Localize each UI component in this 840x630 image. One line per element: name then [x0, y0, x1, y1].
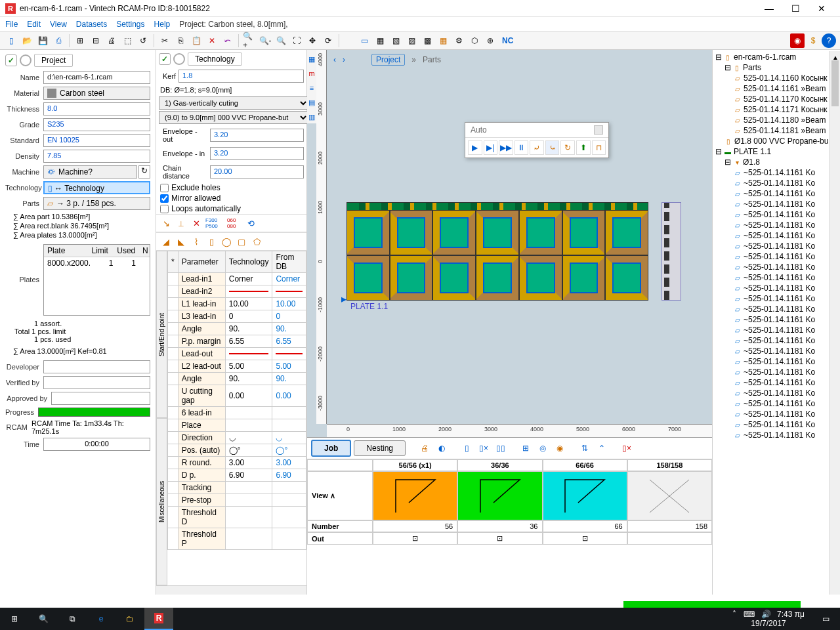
t5-icon[interactable]: 060 080 — [226, 217, 242, 230]
print-icon[interactable]: 🖨 — [104, 33, 119, 48]
grade-input[interactable]: S235 — [43, 118, 150, 131]
approved-input[interactable] — [51, 392, 150, 405]
zoom-out-icon[interactable]: 🔍- — [258, 33, 272, 48]
technology-input[interactable]: ▯ ↔ Technology — [43, 181, 150, 194]
tray-vol-icon[interactable]: 🔊 — [761, 610, 771, 619]
tree-nest-item[interactable]: ▱~525-01.14.1161 Ko — [715, 335, 840, 346]
tree-nest-item[interactable]: ▱~525-01.14.1181 Ko — [715, 220, 840, 230]
tree-part-item[interactable]: ▱525-01.14.1160 Косынк — [715, 73, 840, 83]
history-icon[interactable]: ↺ — [136, 33, 150, 48]
kerf-input[interactable]: 1.8 — [178, 70, 304, 83]
tree-nest-item[interactable]: ▱~525-01.14.1181 Ko — [715, 409, 840, 419]
delete-icon[interactable]: ✕ — [205, 33, 219, 48]
jb-del-icon[interactable]: ▯× — [620, 441, 634, 455]
machine-refresh-icon[interactable]: ↻ — [138, 165, 150, 178]
tree-nest-item[interactable]: ▱~525-01.14.1181 Ko — [715, 283, 840, 293]
tray-up-icon[interactable]: ˄ — [732, 610, 736, 619]
rot3-icon[interactable]: ↻ — [560, 140, 575, 155]
tree-part-item[interactable]: ▱525-01.14.1181 »Beam — [715, 125, 840, 136]
tree-nest-item[interactable]: ▱~525-01.14.1181 Ko — [715, 199, 840, 209]
menu-view[interactable]: View — [50, 20, 67, 29]
tree-nest-item[interactable]: ▱~525-01.14.1181 Ko — [715, 346, 840, 356]
vtab-startend[interactable]: Start/End point — [156, 251, 167, 418]
pause-icon[interactable]: ⏸ — [514, 140, 529, 155]
tree-nest-item[interactable]: ▱~525-01.14.1161 Ko — [715, 314, 840, 325]
tool4-icon[interactable]: ▩ — [420, 33, 434, 48]
density-input[interactable]: 7.85 — [43, 150, 150, 163]
chain-input[interactable]: 20.00 — [210, 165, 304, 178]
rcam-task-icon[interactable]: R — [144, 608, 173, 630]
pan-icon[interactable]: ✥ — [305, 33, 320, 48]
start-button[interactable]: ⊞ — [0, 608, 29, 630]
tree-part-item[interactable]: ▱525-01.14.1180 »Beam — [715, 115, 840, 125]
jb-icon10[interactable]: ⌃ — [595, 441, 609, 455]
undo-icon[interactable]: ⤺ — [220, 33, 235, 48]
jb-icon9[interactable]: ⇅ — [578, 441, 592, 455]
tech-select-2[interactable]: (9.0) to 9.0[mm] 000 VVC Propane-but — [159, 111, 309, 124]
tree-plate[interactable]: PLATE 1.1 — [734, 147, 771, 156]
menu-file[interactable]: File — [5, 20, 18, 29]
explorer-icon[interactable]: 🗀 — [116, 608, 144, 630]
side-icon-1[interactable]: ▦ — [307, 52, 316, 66]
zoom-in-icon[interactable]: 🔍+ — [242, 33, 257, 48]
menu-edit[interactable]: Edit — [27, 20, 41, 29]
tree-parts[interactable]: Parts — [743, 63, 761, 72]
jb-icon8[interactable]: ◉ — [553, 441, 567, 455]
tree-diam[interactable]: Ø1.8 — [743, 158, 760, 167]
auto-panel[interactable]: Auto ▶ ▶| ▶▶ ⏸ ⤾ ⤿ ↻ ⬆ ⊓ — [465, 122, 609, 158]
tree-panel[interactable]: ⊟▯en-rcam-6-1.rcam ⊟▯Parts ▱525-01.14.11… — [712, 50, 840, 595]
t9-icon[interactable]: ⌇ — [190, 235, 203, 248]
thumb-2[interactable] — [457, 471, 542, 520]
out-1[interactable]: ⊡ — [373, 532, 457, 545]
tree-nest-item[interactable]: ▱~525-01.14.1161 Ko — [715, 377, 840, 388]
tech-select-1[interactable]: 1) Gas-vertically cuting — [159, 96, 309, 110]
tree-nest-item[interactable]: ▱~525-01.14.1161 Ko — [715, 293, 840, 304]
t13-icon[interactable]: ⬠ — [250, 235, 263, 248]
menu-settings[interactable]: Settings — [116, 20, 144, 29]
plates-table[interactable]: Plate Limit Used N 8000.x2000. 1 1 — [43, 244, 150, 316]
t10-icon[interactable]: ▯ — [205, 235, 218, 248]
tech-hscroll[interactable] — [156, 585, 306, 595]
close-button[interactable]: ✕ — [808, 0, 835, 17]
zoom-win-icon[interactable]: 🔍 — [274, 33, 288, 48]
tree-nest-item[interactable]: ▱~525-01.14.1161 Ko — [715, 188, 840, 199]
rot2-icon[interactable]: ⤿ — [545, 140, 560, 155]
menu-datasets[interactable]: Datasets — [76, 20, 107, 29]
t7-icon[interactable]: ◢ — [159, 235, 173, 248]
step-icon[interactable]: ▶| — [484, 140, 498, 155]
search-icon[interactable]: 🔍 — [29, 608, 58, 630]
t8-icon[interactable]: ◣ — [175, 235, 188, 248]
tab-nesting[interactable]: Nesting — [354, 440, 406, 456]
tree-nest-item[interactable]: ▱~525-01.14.1181 Ko — [715, 241, 840, 251]
tree-nest-item[interactable]: ▱~525-01.14.1181 Ko — [715, 262, 840, 272]
tool2-icon[interactable]: ▧ — [388, 33, 403, 48]
tool-b-icon[interactable]: ⊟ — [89, 33, 103, 48]
thumb-3[interactable] — [543, 471, 627, 520]
notif-icon[interactable]: ▭ — [811, 608, 840, 630]
thickness-input[interactable]: 8.0 — [43, 102, 150, 116]
rec-icon[interactable]: ◉ — [790, 33, 805, 48]
side-icon-3[interactable]: ≡ — [307, 81, 316, 94]
tree-nest-item[interactable]: ▱~525-01.14.1161 Ko — [715, 272, 840, 283]
skip-icon[interactable]: ▶▶ — [499, 140, 513, 155]
measure-icon[interactable]: ⊓ — [592, 140, 606, 155]
tree-nest-item[interactable]: ▱~525-01.14.1181 Ko — [715, 304, 840, 314]
tree-vscroll[interactable] — [830, 51, 840, 595]
jb-icon5[interactable]: ▯▯ — [494, 441, 508, 455]
paste-icon[interactable]: 📋 — [189, 33, 203, 48]
refresh-icon[interactable]: ⟳ — [321, 33, 335, 48]
env-out-input[interactable]: 3.20 — [210, 129, 304, 142]
tool5-icon[interactable]: ▦ — [436, 33, 450, 48]
chart-icon[interactable]: ⬆ — [576, 140, 591, 155]
tree-nest-item[interactable]: ▱~525-01.14.1181 Ko — [715, 367, 840, 377]
developer-input[interactable] — [43, 360, 150, 373]
t11-icon[interactable]: ◯ — [220, 235, 233, 248]
parts-input[interactable]: ▱→ 3 p. / 158 pcs. — [43, 197, 150, 210]
thumb-1[interactable] — [373, 471, 457, 520]
tree-root[interactable]: en-rcam-6-1.rcam — [734, 52, 796, 62]
t3-icon[interactable]: ✕ — [190, 217, 203, 230]
t4-icon[interactable]: F300 P500 — [205, 217, 224, 230]
crumb-project[interactable]: Project — [371, 54, 405, 66]
tree-nest-item[interactable]: ▱~525-01.14.1181 Ko — [715, 325, 840, 335]
auto-square-icon[interactable] — [594, 125, 603, 135]
